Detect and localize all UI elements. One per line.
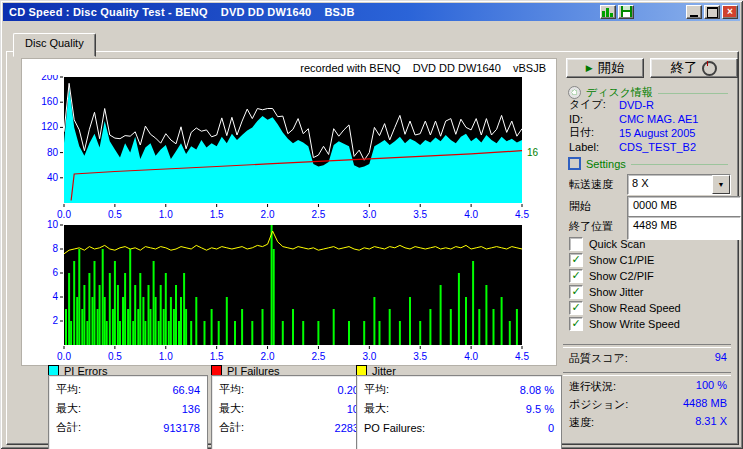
chart-header: recorded with BENQ DVD DD DW1640 vBSJB xyxy=(300,62,546,74)
chevron-down-icon: ▼ xyxy=(718,181,725,188)
progress-label: 進行状況: xyxy=(569,379,616,392)
header-rule xyxy=(658,93,728,94)
svg-text:3.0: 3.0 xyxy=(362,209,376,219)
dropdown-button[interactable]: ▼ xyxy=(712,175,730,194)
checkbox-label: Show C1/PIE xyxy=(589,254,654,266)
stat-row: 合計:913178 xyxy=(56,418,200,437)
check-icon: ✓ xyxy=(571,303,580,313)
stat-row: 合計:2283 xyxy=(219,418,359,437)
pi-failures-panel: 平均:0.20 最大:10 合計:2283 xyxy=(211,375,367,449)
checkbox-box[interactable]: ✓ xyxy=(569,301,583,315)
stat-value: 913178 xyxy=(163,422,200,434)
svg-text:1.5: 1.5 xyxy=(210,351,224,362)
disc-row-label: ID: xyxy=(569,113,619,125)
svg-text:3.5: 3.5 xyxy=(413,351,427,362)
checkbox-show-c2-pif[interactable]: ✓Show C2/PIF xyxy=(569,268,681,284)
stat-value: 8.08 % xyxy=(520,384,554,396)
checkbox-quick-scan[interactable]: Quick Scan xyxy=(569,236,681,252)
svg-text:80: 80 xyxy=(47,147,59,158)
header-rule xyxy=(631,164,728,165)
transfer-rate-select[interactable]: 8 X ▼ xyxy=(627,174,731,195)
svg-text:4: 4 xyxy=(52,291,58,302)
svg-text:4.5: 4.5 xyxy=(515,351,529,362)
checkbox-box[interactable]: ✓ xyxy=(569,317,583,331)
minimize-button[interactable] xyxy=(686,5,702,19)
speed-value: 8.31 X xyxy=(695,415,727,428)
checkbox-label: Show Write Speed xyxy=(589,318,680,330)
svg-text:6: 6 xyxy=(52,267,58,278)
tab-disc-quality[interactable]: Disc Quality xyxy=(13,33,96,57)
start-button[interactable]: ▶ 開始 xyxy=(566,58,644,78)
progress-row: 進行状況: 100 % xyxy=(569,379,727,392)
stat-label: 最大: xyxy=(364,401,389,416)
check-icon: ✓ xyxy=(571,319,580,329)
svg-text:200: 200 xyxy=(41,75,58,82)
checkbox-show-c1-pie[interactable]: ✓Show C1/PIE xyxy=(569,252,681,268)
quality-score-row: 品質スコア: 94 xyxy=(569,351,727,364)
checkbox-box[interactable]: ✓ xyxy=(569,269,583,283)
stat-value: 136 xyxy=(182,403,200,415)
checkbox-show-read-speed[interactable]: ✓Show Read Speed xyxy=(569,300,681,316)
svg-text:1.0: 1.0 xyxy=(159,351,173,362)
exit-button[interactable]: 終了 xyxy=(650,58,738,78)
svg-text:0.0: 0.0 xyxy=(57,351,71,362)
maximize-button[interactable] xyxy=(704,5,720,19)
position-row: ポジション: 4488 MB xyxy=(569,397,727,410)
disc-row-value: CDS_TEST_B2 xyxy=(619,141,696,153)
svg-text:0.5: 0.5 xyxy=(108,209,122,219)
separator xyxy=(563,344,731,348)
disc-date-row: 日付:15 August 2005 xyxy=(569,126,734,139)
checkbox-show-jitter[interactable]: ✓Show Jitter xyxy=(569,284,681,300)
checkbox-label: Show C2/PIF xyxy=(589,270,654,282)
svg-text:1.0: 1.0 xyxy=(159,209,173,219)
pi-errors-chart: 20016012080400.00.51.01.52.02.53.03.54.0… xyxy=(22,75,556,219)
check-icon: ✓ xyxy=(571,255,580,265)
stat-row: 最大:9.5 % xyxy=(364,399,554,418)
end-position-label: 終了位置 xyxy=(569,219,613,232)
svg-text:2.5: 2.5 xyxy=(311,351,325,362)
quality-score-label: 品質スコア: xyxy=(569,351,628,364)
disc-quality-page: recorded with BENQ DVD DD DW1640 vBSJB 2… xyxy=(6,51,739,445)
tab-label: Disc Quality xyxy=(25,37,84,49)
titlebar-buttons: × xyxy=(600,5,738,19)
svg-text:16: 16 xyxy=(527,147,539,158)
check-icon: ✓ xyxy=(571,287,580,297)
settings-header: Settings xyxy=(568,157,728,170)
checkbox-box[interactable] xyxy=(569,237,583,251)
svg-text:10: 10 xyxy=(47,219,59,230)
minimize-icon xyxy=(690,15,698,17)
bar-chart-icon xyxy=(602,5,614,20)
stat-row: PO Failures:0 xyxy=(364,418,554,437)
position-value: 4488 MB xyxy=(683,397,727,410)
checkbox-label: Show Read Speed xyxy=(589,302,681,314)
svg-text:40: 40 xyxy=(47,172,59,183)
svg-text:120: 120 xyxy=(41,121,58,132)
svg-text:2: 2 xyxy=(52,315,58,326)
svg-text:0.5: 0.5 xyxy=(108,351,122,362)
svg-text:8: 8 xyxy=(52,243,58,254)
checkbox-box[interactable]: ✓ xyxy=(569,285,583,299)
window-title: CD Speed : Disc Quality Test - BENQ DVD … xyxy=(9,6,600,18)
app-window: CD Speed : Disc Quality Test - BENQ DVD … xyxy=(0,0,743,449)
stat-label: 最大: xyxy=(56,401,81,416)
disc-row-value: DVD-R xyxy=(619,99,654,111)
svg-text:2.0: 2.0 xyxy=(261,209,275,219)
checkbox-show-write-speed[interactable]: ✓Show Write Speed xyxy=(569,316,681,332)
close-button[interactable]: × xyxy=(722,5,738,19)
play-icon: ▶ xyxy=(586,64,593,73)
titlebar[interactable]: CD Speed : Disc Quality Test - BENQ DVD … xyxy=(3,3,740,21)
svg-text:4.5: 4.5 xyxy=(515,209,529,219)
stat-label: PO Failures: xyxy=(364,422,425,434)
svg-text:2.0: 2.0 xyxy=(261,351,275,362)
stat-label: 最大: xyxy=(219,401,244,416)
disc-row-label: Label: xyxy=(569,141,619,153)
exit-button-label: 終了 xyxy=(671,59,698,77)
graph-button[interactable] xyxy=(600,5,616,19)
chart-panel: recorded with BENQ DVD DD DW1640 vBSJB 2… xyxy=(21,58,557,366)
stat-label: 合計: xyxy=(219,420,244,435)
stat-row: 最大:136 xyxy=(56,399,200,418)
save-button[interactable] xyxy=(618,5,634,19)
svg-text:160: 160 xyxy=(41,96,58,107)
checkbox-box[interactable]: ✓ xyxy=(569,253,583,267)
svg-text:1.5: 1.5 xyxy=(210,209,224,219)
